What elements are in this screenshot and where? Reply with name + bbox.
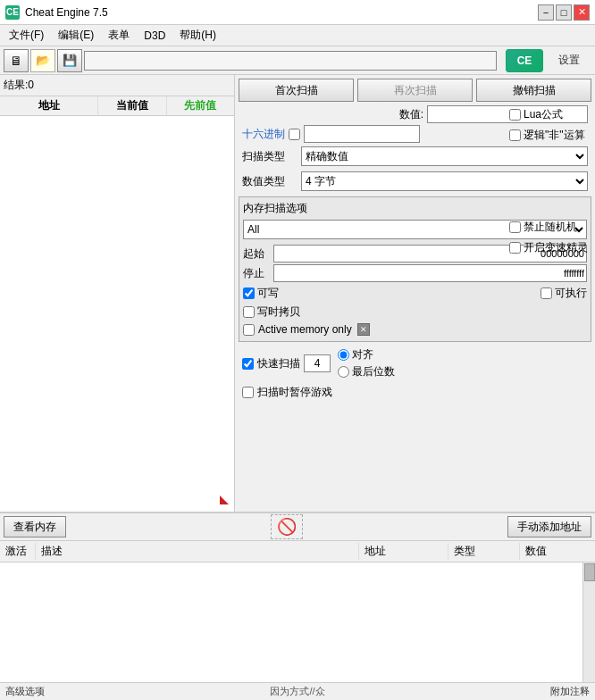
lua-label: Lua公式	[524, 107, 563, 122]
menu-help[interactable]: 帮助(H)	[174, 26, 222, 45]
end-input[interactable]	[273, 264, 587, 282]
pause-game-row: 扫描时暂停游戏	[239, 383, 591, 402]
col-address-header: 地址	[0, 96, 98, 115]
computer-button[interactable]: 🖥	[4, 49, 29, 72]
list-header: 地址 当前值 先前值	[0, 96, 234, 116]
results-list	[0, 116, 234, 512]
writable-label: 可写	[257, 286, 279, 301]
active-memory-row: Active memory only ✕	[243, 321, 587, 338]
right-checkboxes: Lua公式 逻辑"非"运算 禁止随机机 开启变速精灵	[509, 107, 588, 255]
col-active-header: 激活	[0, 543, 36, 560]
pause-game-checkbox[interactable]	[242, 387, 254, 398]
bottom-panel: 查看内存 🚫 手动添加地址	[0, 512, 595, 541]
lua-checkbox[interactable]	[509, 109, 521, 121]
fast-scan-input[interactable]	[304, 354, 331, 372]
close-button[interactable]: ✕	[574, 4, 590, 21]
no-random-label: 禁止随机机	[524, 220, 577, 235]
fast-scan-row: 快速扫描 对齐 最后位数	[239, 346, 591, 381]
value-label: 数值:	[399, 107, 423, 122]
ce-logo: CE	[506, 49, 543, 72]
last-digit-radio[interactable]	[338, 366, 349, 378]
last-digit-label: 最后位数	[352, 364, 395, 379]
minimize-button[interactable]: −	[538, 4, 554, 21]
copy-on-write-row: 写时拷贝	[243, 303, 587, 321]
col-address-list-header: 地址	[359, 543, 448, 560]
toolbar: 🖥 📂 💾 未选择进程 CE 设置	[0, 46, 595, 75]
scan-buttons-row: 首次扫描 再次扫描 撤销扫描	[239, 79, 591, 102]
results-panel: 结果:0 地址 当前值 先前值	[0, 75, 235, 512]
col-previous-header: 先前值	[167, 96, 234, 115]
not-op-label: 逻辑"非"运算	[524, 128, 585, 143]
active-memory-x-button[interactable]: ✕	[357, 323, 370, 336]
first-scan-button[interactable]: 首次扫描	[239, 79, 354, 102]
value-type-label: 数值类型	[242, 174, 296, 189]
save-icon: 💾	[63, 54, 77, 67]
maximize-button[interactable]: □	[556, 4, 572, 21]
process-input[interactable]: 未选择进程	[84, 51, 497, 71]
writable-checkbox[interactable]	[243, 288, 255, 299]
fast-scan-label: 快速扫描	[257, 356, 300, 371]
end-row: 停止	[243, 264, 587, 282]
pause-game-label: 扫描时暂停游戏	[257, 385, 332, 400]
executable-label: 可执行	[555, 286, 587, 301]
executable-checkbox[interactable]	[541, 288, 552, 299]
view-memory-button[interactable]: 查看内存	[4, 516, 66, 538]
hex-checkbox[interactable]	[289, 129, 300, 140]
speed-hack-row: 开启变速精灵	[509, 240, 588, 255]
addr-list-content[interactable]	[0, 562, 582, 682]
advanced-options-button[interactable]: 高级选项	[5, 685, 45, 698]
menu-d3d[interactable]: D3D	[138, 28, 171, 44]
col-type-header: 类型	[448, 543, 520, 560]
col-current-header: 当前值	[98, 96, 166, 115]
addr-list-body	[0, 562, 595, 682]
app-icon: CE	[5, 5, 20, 20]
address-list-area: 激活 描述 地址 类型 数值	[0, 541, 595, 682]
align-radio[interactable]	[338, 349, 349, 361]
lua-row: Lua公式	[509, 107, 588, 122]
start-label: 起始	[243, 246, 268, 262]
not-op-checkbox[interactable]	[509, 129, 521, 141]
open-icon: 📂	[36, 54, 50, 67]
next-scan-button[interactable]: 再次扫描	[357, 79, 473, 102]
title-bar-left: CE Cheat Engine 7.5	[5, 5, 108, 20]
col-value-header: 数值	[520, 543, 582, 560]
no-random-checkbox[interactable]	[509, 221, 521, 233]
hex-value-input[interactable]	[304, 125, 420, 143]
active-memory-label: Active memory only	[258, 323, 352, 336]
settings-button[interactable]: 设置	[547, 49, 591, 72]
writable-exec-row: 可写 可执行	[243, 284, 587, 303]
app-title: Cheat Engine 7.5	[25, 6, 108, 19]
menu-bar: 文件(F) 编辑(E) 表单 D3D 帮助(H)	[0, 25, 595, 46]
active-memory-checkbox[interactable]	[243, 324, 255, 336]
no-icon-button[interactable]: 🚫	[271, 514, 303, 539]
no-random-row: 禁止随机机	[509, 220, 588, 235]
copy-on-write-checkbox[interactable]	[243, 306, 255, 318]
speed-hack-label: 开启变速精灵	[524, 240, 588, 255]
col-desc-header: 描述	[36, 543, 359, 560]
add-note-button[interactable]: 附加注释	[550, 685, 590, 698]
align-options: 对齐 最后位数	[338, 347, 395, 379]
fast-scan-checkbox[interactable]	[242, 358, 254, 370]
scrollbar-space	[582, 543, 595, 560]
cancel-scan-button[interactable]: 撤销扫描	[476, 79, 591, 102]
manual-add-button[interactable]: 手动添加地址	[507, 516, 591, 538]
no-symbol-icon: 🚫	[277, 517, 297, 537]
computer-icon: 🖥	[10, 54, 22, 68]
arrow-indicator	[220, 496, 229, 504]
copy-on-write-label: 写时拷贝	[257, 304, 300, 320]
footer: 高级选项 因为方式//众 附加注释	[0, 682, 595, 700]
writable-row: 可写	[243, 286, 279, 301]
menu-edit[interactable]: 编辑(E)	[53, 26, 99, 45]
addr-scrollbar[interactable]	[582, 562, 595, 682]
open-button[interactable]: 📂	[30, 49, 55, 72]
menu-file[interactable]: 文件(F)	[4, 26, 49, 45]
not-op-row: 逻辑"非"运算	[509, 128, 588, 143]
scrollbar-thumb[interactable]	[584, 563, 595, 581]
addr-list-header: 激活 描述 地址 类型 数值	[0, 541, 595, 562]
save-button[interactable]: 💾	[57, 49, 82, 72]
executable-row: 可执行	[541, 286, 587, 301]
align-label: 对齐	[352, 347, 373, 362]
speed-hack-checkbox[interactable]	[509, 242, 521, 254]
menu-table[interactable]: 表单	[103, 26, 135, 45]
align-radio-row: 对齐	[338, 347, 395, 362]
